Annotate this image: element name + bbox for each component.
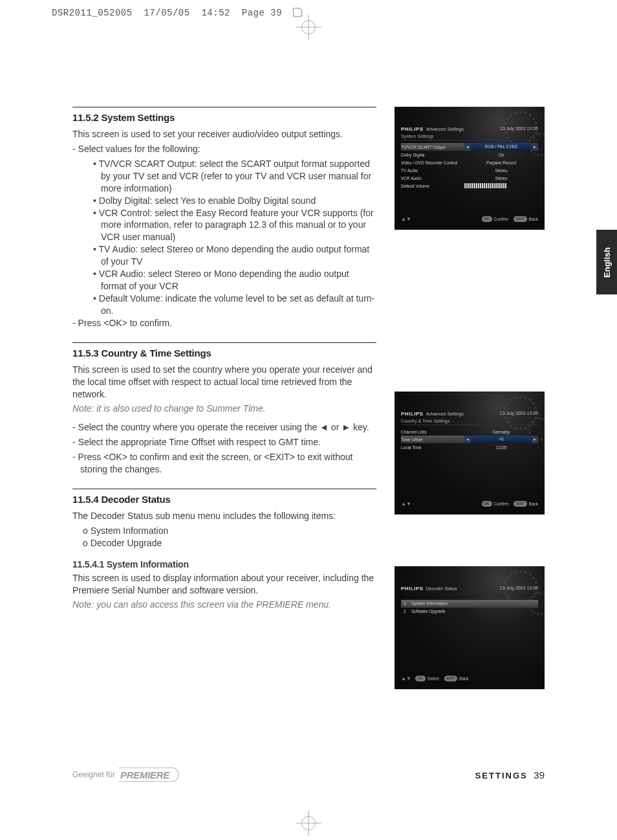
tv-brand: PHILIPS xyxy=(401,411,424,417)
exit-label: Back xyxy=(529,217,538,221)
subitem-system-information: System Information xyxy=(93,525,376,537)
exit-pill: EXIT xyxy=(514,216,526,222)
page-footer: Geeignet für PREMIERE SETTINGS 39 xyxy=(72,768,545,782)
crop-time: 14:52 xyxy=(201,8,230,18)
bullet-tv-audio: TV Audio: select Stereo or Mono dependin… xyxy=(101,243,376,268)
bullet-vcr-control: VCR Control: select the Easy Record feat… xyxy=(101,207,376,244)
tv-brand: PHILIPS xyxy=(401,126,424,132)
ok-pill: OK xyxy=(482,501,492,507)
tv-datetime: 13 July 2003 13:05 xyxy=(500,586,538,590)
press-ok-confirm: Press <OK> to confirm. xyxy=(80,317,376,329)
menu-number: 2 xyxy=(404,608,411,615)
crop-mark-bottom-icon xyxy=(296,810,321,836)
tv-setting-row: Time Offset◄+0► xyxy=(401,436,538,443)
tv-subtitle: Country & Time Settings xyxy=(401,419,538,425)
ok-pill: OK xyxy=(482,216,492,222)
footer-page-number: 39 xyxy=(534,769,545,780)
screenshot-system-settings: PHILIPS Advanced Settings 13 July 2003 1… xyxy=(395,107,545,230)
heading-system-information: 11.5.4.1 System Information xyxy=(72,558,376,571)
nav-updown-icon: ▲▼ xyxy=(401,501,411,507)
exit-label: Back xyxy=(459,676,468,681)
ok-label: Confirm xyxy=(494,217,509,221)
tv-setting-row: Channel ListsGermany xyxy=(401,428,538,436)
exit-label: Back xyxy=(529,502,538,506)
crop-mark-top-icon xyxy=(296,14,321,40)
bullet-vcr-audio: VCR Audio: select Stereo or Mono dependi… xyxy=(101,268,376,293)
tv-row-value: On xyxy=(464,153,538,157)
intro-country-time: This screen is used to set the country w… xyxy=(72,364,376,401)
note-premiere-menu: Note: you can also access this screen vi… xyxy=(72,599,376,611)
text-system-information: This screen is used to display informati… xyxy=(72,572,376,597)
tv-row-label: Time Offset xyxy=(401,437,464,442)
bullet-scart-output: TV/VCR SCART Output: select the SCART ou… xyxy=(101,158,376,195)
tv-row-label: Local Time xyxy=(401,445,464,450)
ok-label: Select xyxy=(428,676,439,681)
footer-left-text: Geeignet für xyxy=(72,770,115,779)
tv-row-label: TV/VCR SCART Output xyxy=(401,145,464,149)
arrow-left-icon: ◄ xyxy=(464,436,471,443)
screenshot-country-time: PHILIPS Advanced Settings 13 July 2003 1… xyxy=(395,392,545,514)
tv-setting-row: Video / DVD Recorder ControlPrepare Reco… xyxy=(401,159,538,166)
tv-row-value: +0 xyxy=(471,436,532,443)
intro-system-settings: This screen is used to set your receiver… xyxy=(72,128,376,140)
tv-row-label: TV Audio xyxy=(401,168,464,173)
tv-row-label: Video / DVD Recorder Control xyxy=(401,160,464,165)
ok-pill: OK xyxy=(415,676,426,681)
tv-setting-row: Dolby DigitalOn xyxy=(401,151,538,159)
menu-label: System Information xyxy=(411,600,448,608)
menu-label: Software Upgrade xyxy=(411,608,445,615)
tv-menu-item: 2Software Upgrade xyxy=(401,608,538,615)
tv-row-value: Germany xyxy=(464,430,538,434)
tv-subtitle: System Settings xyxy=(401,134,538,140)
heading-country-time: 11.5.3 Country & Time Settings xyxy=(72,342,376,360)
print-crop-header: DSR2011_052005 17/05/05 14:52 Page 39 xyxy=(52,8,302,18)
premiere-badge: PREMIERE xyxy=(119,768,179,782)
tv-row-value: Prepare Record xyxy=(464,160,538,165)
bullet-default-volume: Default Volume: indicate the volume leve… xyxy=(101,293,376,317)
tv-row-value: Stereo xyxy=(464,168,538,173)
decoder-subitems: System Information Decoder Upgrade xyxy=(72,525,376,549)
tv-row-value: 13:05 xyxy=(464,445,538,450)
tv-row-label: Dolby Digital xyxy=(401,153,464,157)
system-settings-bullets: TV/VCR SCART Output: select the SCART ou… xyxy=(80,158,376,317)
tv-row-value: Stereo xyxy=(464,176,538,181)
tv-datetime: 13 July 2003 13:05 xyxy=(500,126,538,131)
nav-updown-icon: ▲▼ xyxy=(401,216,411,222)
ok-label: Confirm xyxy=(494,502,509,506)
tv-setting-row: Default Volume xyxy=(401,182,538,190)
volume-bar xyxy=(464,183,538,188)
arrow-right-icon: ► xyxy=(532,143,538,151)
tv-setting-row: VCR AudioStereo xyxy=(401,174,538,182)
menu-number: 1 xyxy=(404,600,411,608)
tv-row-label: Default Volume xyxy=(401,184,464,188)
bullet-dolby-digital: Dolby Digital: select Yes to enable Dolb… xyxy=(101,195,376,207)
footer-section-label: SETTINGS xyxy=(475,771,528,780)
tv-title: Advanced Settings xyxy=(426,127,464,131)
tv-setting-row: TV AudioStereo xyxy=(401,166,538,174)
language-tab: English xyxy=(596,230,617,294)
screenshots-column: PHILIPS Advanced Settings 13 July 2003 1… xyxy=(395,107,545,702)
tv-brand: PHILIPS xyxy=(401,586,424,591)
step-select-country: Select the country where you operate the… xyxy=(80,421,376,434)
tv-row-value: RGB / PAL CVBS xyxy=(471,143,532,151)
heading-system-settings: 11.5.2 System Settings xyxy=(72,107,376,124)
crop-filename: DSR2011_052005 xyxy=(52,8,133,18)
intro-decoder-status: The Decoder Status sub menu menu include… xyxy=(72,510,376,522)
tv-setting-row: TV/VCR SCART Output◄RGB / PAL CVBS► xyxy=(401,143,538,151)
body-text-column: 11.5.2 System Settings This screen is us… xyxy=(72,107,376,611)
tv-title: Advanced Settings xyxy=(426,412,464,416)
crop-page: Page 39 xyxy=(242,8,282,18)
note-summer-time: Note: it is also used to change to Summe… xyxy=(72,403,376,415)
step-time-offset: Select the appropriate Time Offset with … xyxy=(80,436,376,448)
tv-setting-row: Local Time13:05 xyxy=(401,443,538,451)
nav-updown-icon: ▲▼ xyxy=(401,676,411,681)
arrow-right-icon: ► xyxy=(532,436,538,443)
crop-date: 17/05/05 xyxy=(144,8,189,18)
premiere-brand-text: PREMIERE xyxy=(119,768,173,782)
exit-pill: EXIT xyxy=(514,501,526,507)
page-flip-icon xyxy=(292,7,302,17)
tv-row-label: VCR Audio xyxy=(401,176,464,181)
tv-menu-item: 1System Information xyxy=(401,600,538,608)
tv-datetime: 13 July 2003 13:05 xyxy=(500,411,538,415)
subitem-decoder-upgrade: Decoder Upgrade xyxy=(93,537,376,549)
